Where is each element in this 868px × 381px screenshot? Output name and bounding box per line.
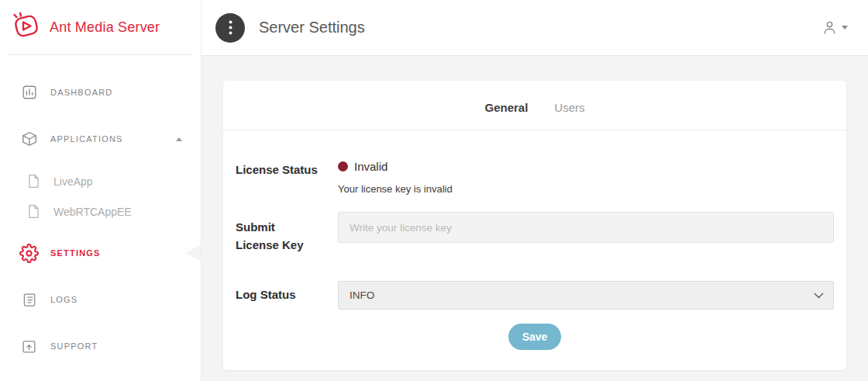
- sidebar-item-label: DASHBOARD: [50, 88, 112, 97]
- server-settings-form: License Status Invalid Your license key …: [223, 130, 846, 370]
- save-button[interactable]: Save: [508, 324, 562, 350]
- support-icon: [19, 338, 40, 355]
- sidebar-item-dashboard[interactable]: DASHBOARD: [0, 69, 201, 116]
- sidebar: Ant Media Server DASHBOARD: [0, 0, 202, 381]
- license-status-value-area: Invalid Your license key is invalid: [338, 160, 834, 195]
- license-status-line: Invalid: [338, 160, 834, 173]
- license-key-row: Submit License Key: [236, 212, 834, 254]
- settings-card: General Users License Status Invalid You…: [223, 81, 846, 370]
- sidebar-item-webrtcappee[interactable]: WebRTCAppEE: [0, 196, 201, 227]
- dashboard-icon: [19, 84, 40, 101]
- brand-name: Ant Media Server: [50, 19, 160, 36]
- logs-icon: [19, 292, 40, 308]
- sidebar-item-support[interactable]: SUPPORT: [0, 323, 201, 369]
- kebab-menu-icon: [229, 20, 232, 35]
- save-row: Save: [236, 324, 834, 350]
- gear-icon: [19, 244, 40, 263]
- log-status-select[interactable]: INFO: [338, 281, 834, 310]
- status-dot-icon: [338, 161, 348, 171]
- page-title: Server Settings: [259, 19, 808, 36]
- app-root: Ant Media Server DASHBOARD: [0, 0, 868, 381]
- log-status-row: Log Status INFO: [236, 281, 834, 310]
- sidebar-divider: [8, 54, 193, 55]
- brand-logo[interactable]: Ant Media Server: [0, 0, 201, 54]
- content-area: General Users License Status Invalid You…: [202, 56, 868, 381]
- sidebar-item-label: SUPPORT: [50, 341, 98, 351]
- sidebar-item-label: SETTINGS: [50, 248, 101, 258]
- active-item-notch: [185, 244, 201, 262]
- license-key-label: Submit License Key: [236, 212, 338, 254]
- license-key-value-area: [338, 212, 834, 243]
- file-icon: [23, 204, 44, 219]
- license-key-input[interactable]: [338, 212, 834, 243]
- main-area: Server Settings General Users: [202, 0, 868, 381]
- sidebar-item-logs[interactable]: LOGS: [0, 276, 201, 323]
- log-status-label: Log Status: [236, 286, 338, 304]
- license-status-label: License Status: [236, 160, 338, 179]
- sidebar-item-label: LiveApp: [53, 175, 93, 188]
- license-status-value: Invalid: [354, 160, 388, 173]
- sidebar-item-label: APPLICATIONS: [50, 134, 123, 144]
- chevron-up-icon: [176, 137, 182, 141]
- sidebar-item-label: LOGS: [50, 295, 78, 304]
- tab-general[interactable]: General: [484, 101, 528, 114]
- sidebar-item-liveapp[interactable]: LiveApp: [0, 166, 201, 196]
- sidebar-nav: DASHBOARD APPLICATIONS: [0, 69, 201, 369]
- applications-icon: [19, 130, 40, 147]
- file-icon: [23, 174, 44, 189]
- user-menu-button[interactable]: [822, 19, 848, 36]
- tab-bar: General Users: [223, 81, 846, 130]
- log-status-select-wrap: INFO: [338, 281, 834, 310]
- sidebar-item-applications[interactable]: APPLICATIONS: [0, 116, 201, 162]
- ant-media-logo-icon: [11, 12, 42, 43]
- tab-users[interactable]: Users: [554, 101, 584, 114]
- license-status-row: License Status Invalid Your license key …: [236, 160, 834, 195]
- user-icon: [822, 19, 838, 36]
- sidebar-item-label: WebRTCAppEE: [53, 206, 132, 218]
- sidebar-item-settings[interactable]: SETTINGS: [0, 230, 201, 276]
- chevron-down-icon: [842, 26, 848, 29]
- kebab-menu-button[interactable]: [215, 13, 245, 43]
- header: Server Settings: [202, 0, 868, 56]
- license-status-description: Your license key is invalid: [338, 183, 834, 195]
